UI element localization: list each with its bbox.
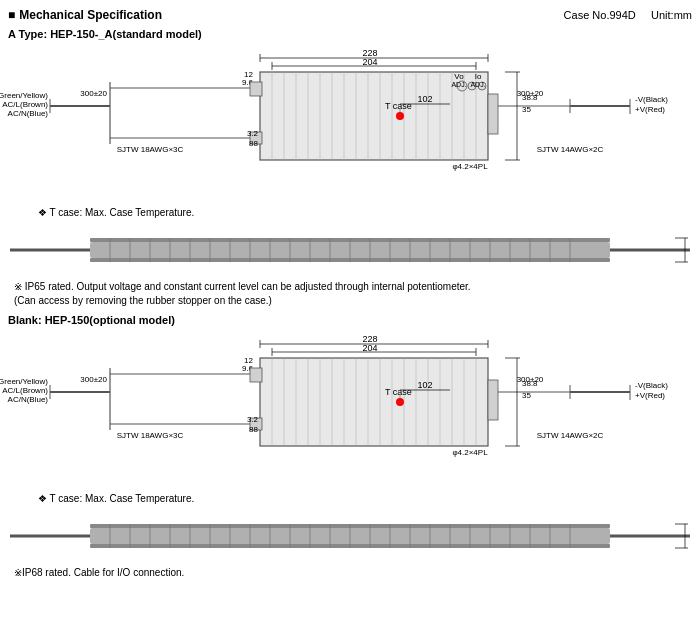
- svg-text:SJTW 18AWG×3C: SJTW 18AWG×3C: [117, 145, 184, 154]
- svg-text:204: 204: [362, 57, 377, 67]
- title-text: Mechanical Specification: [19, 8, 162, 22]
- case-number: Case No.994D: [564, 9, 636, 21]
- type-blank-photo: 35.8: [10, 508, 690, 563]
- svg-text:35: 35: [522, 105, 531, 114]
- type-blank-diagram: 228 204 12 9.6: [10, 330, 690, 490]
- svg-rect-132: [250, 368, 262, 382]
- svg-text:T case: T case: [385, 387, 412, 397]
- tcase-note-blank: ❖ T case: Max. Case Temperature.: [38, 493, 692, 504]
- page-title: Mechanical Specification: [8, 8, 162, 22]
- header-row: Mechanical Specification Case No.994D Un…: [8, 8, 692, 22]
- svg-text:-V(Black): -V(Black): [635, 381, 668, 390]
- unit-label: Unit:mm: [651, 9, 692, 21]
- svg-text:ADJ.: ADJ.: [451, 81, 466, 88]
- type-a-title: A Type: HEP-150-_A(standard model): [8, 28, 692, 40]
- svg-text:AC/L(Brown): AC/L(Brown): [2, 100, 48, 109]
- svg-text:SJTW 14AWG×2C: SJTW 14AWG×2C: [537, 431, 604, 440]
- svg-text:38.8: 38.8: [522, 93, 538, 102]
- case-info: Case No.994D Unit:mm: [564, 9, 692, 21]
- svg-text:φ4.2×4PL: φ4.2×4PL: [452, 162, 488, 171]
- svg-text:φ4.2×4PL: φ4.2×4PL: [452, 448, 488, 457]
- type-a-photo: 35.8: [10, 222, 690, 277]
- svg-text:AC/N(Blue): AC/N(Blue): [8, 395, 49, 404]
- type-blank-title: Blank: HEP-150(optional model): [8, 314, 692, 326]
- svg-text:35: 35: [522, 391, 531, 400]
- svg-text:ADJ.: ADJ.: [470, 81, 485, 88]
- svg-text:AC/N(Blue): AC/N(Blue): [8, 109, 49, 118]
- svg-text:102: 102: [417, 380, 432, 390]
- svg-rect-29: [250, 82, 262, 96]
- ip65-note2: (Can access by removing the rubber stopp…: [14, 295, 692, 306]
- svg-text:+V(Red): +V(Red): [635, 105, 665, 114]
- svg-text:300±20: 300±20: [80, 89, 107, 98]
- svg-text:204: 204: [362, 343, 377, 353]
- svg-text:Vo: Vo: [454, 72, 464, 81]
- tcase-note-a: ❖ T case: Max. Case Temperature.: [38, 207, 692, 218]
- svg-text:SJTW 18AWG×3C: SJTW 18AWG×3C: [117, 431, 184, 440]
- svg-text:3.2: 3.2: [247, 415, 259, 424]
- svg-text:SJTW 14AWG×2C: SJTW 14AWG×2C: [537, 145, 604, 154]
- svg-text:300±20: 300±20: [80, 375, 107, 384]
- ip68-note: ※IP68 rated. Cable for I/O connection.: [14, 567, 692, 578]
- svg-text:FG⊕(Green/Yellow): FG⊕(Green/Yellow): [0, 91, 48, 100]
- svg-rect-134: [488, 380, 498, 420]
- svg-text:+V(Red): +V(Red): [635, 391, 665, 400]
- svg-rect-31: [488, 94, 498, 134]
- svg-text:Io: Io: [475, 72, 482, 81]
- svg-text:T case: T case: [385, 101, 412, 111]
- ip65-note: ※ IP65 rated. Output voltage and constan…: [14, 281, 692, 292]
- svg-text:3.2: 3.2: [247, 129, 259, 138]
- type-a-diagram: 228 204 12 9.6: [10, 44, 690, 204]
- svg-text:FG⊕(Green/Yellow): FG⊕(Green/Yellow): [0, 377, 48, 386]
- svg-text:AC/L(Brown): AC/L(Brown): [2, 386, 48, 395]
- svg-rect-113: [260, 358, 488, 446]
- svg-text:88: 88: [249, 139, 258, 148]
- svg-text:88: 88: [249, 425, 258, 434]
- svg-text:102: 102: [417, 94, 432, 104]
- svg-text:-V(Black): -V(Black): [635, 95, 668, 104]
- svg-text:38.8: 38.8: [522, 379, 538, 388]
